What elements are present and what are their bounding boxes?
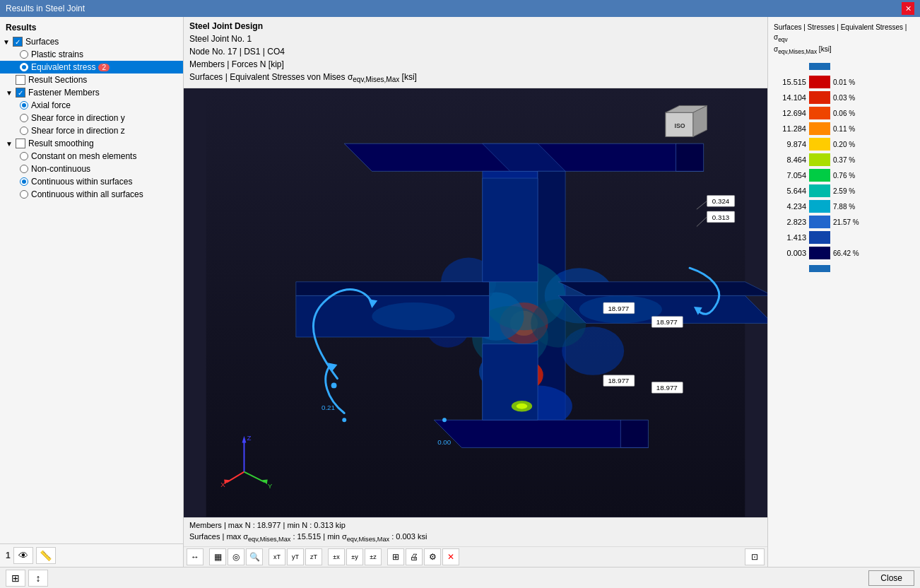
fastener-members-checkbox[interactable] bbox=[16, 88, 25, 98]
center-panel: Steel Joint Design Steel Joint No. 1 Nod… bbox=[184, 17, 768, 567]
continuous-within-label: Continuous within surfaces bbox=[31, 177, 132, 187]
window-close-button[interactable]: ✕ bbox=[902, 2, 914, 15]
center-header: Steel Joint Design Steel Joint No. 1 Nod… bbox=[184, 17, 767, 88]
results-section-title: Results bbox=[0, 20, 183, 35]
legend-value-8: 5.644 bbox=[774, 187, 809, 195]
close-dialog-button[interactable]: Close bbox=[868, 570, 914, 586]
title-bar: Results in Steel Joint ✕ bbox=[0, 0, 920, 17]
toolbar-xt-button[interactable]: xT bbox=[269, 548, 285, 565]
result-sections-label: Result Sections bbox=[28, 75, 87, 85]
legend-row-2: 14.104 0.03 % bbox=[774, 90, 914, 105]
fastener-members-label: Fastener Members bbox=[28, 88, 100, 98]
legend-value-2: 14.104 bbox=[774, 93, 809, 102]
axial-force-item[interactable]: Axial force bbox=[0, 99, 183, 112]
legend-color-2 bbox=[809, 91, 830, 104]
legend-title-line2: σeqv,Mises,Max [ksi] bbox=[774, 45, 914, 57]
left-panel-bottom: 1 👁 📏 bbox=[0, 543, 183, 567]
legend-row-10: 2.823 21.57 % bbox=[774, 214, 914, 230]
non-continuous-item[interactable]: Non-continuous bbox=[0, 163, 183, 175]
toolbar-circle-button[interactable]: ◎ bbox=[228, 548, 244, 565]
result-smoothing-checkbox[interactable] bbox=[16, 139, 25, 148]
legend-row-6: 8.464 0.37 % bbox=[774, 152, 914, 167]
legend-value-1: 15.515 bbox=[774, 78, 809, 86]
continuous-all-radio[interactable] bbox=[20, 190, 28, 199]
equivalent-stress-badge: 2 bbox=[98, 64, 110, 71]
fastener-members-item[interactable]: ▼ Fastener Members bbox=[0, 86, 183, 99]
toolbar-pz-button[interactable]: ±z bbox=[365, 548, 382, 565]
legend-value-6: 8.464 bbox=[774, 155, 809, 164]
result-smoothing-item[interactable]: ▼ Result smoothing bbox=[0, 137, 183, 150]
axial-force-radio[interactable] bbox=[20, 101, 28, 110]
legend-row-8: 5.644 2.59 % bbox=[774, 183, 914, 199]
legend-color-10 bbox=[809, 216, 830, 228]
shear-y-radio[interactable] bbox=[20, 114, 28, 122]
shear-y-item[interactable]: Shear force in direction y bbox=[0, 112, 183, 124]
non-continuous-radio[interactable] bbox=[20, 165, 28, 173]
ruler-button[interactable]: 📏 bbox=[36, 547, 56, 564]
legend-color-4 bbox=[809, 122, 830, 135]
left-panel: Results ▼ Surfaces Plastic strains bbox=[0, 17, 184, 567]
toolbar-print-button[interactable]: 🖨 bbox=[406, 548, 423, 565]
equivalent-stress-label: Equivalent stress bbox=[31, 62, 95, 72]
toolbar-close-button[interactable]: ✕ bbox=[442, 548, 459, 565]
legend-color-8 bbox=[809, 184, 830, 197]
legend-color-6 bbox=[809, 153, 830, 166]
toolbar-py-button[interactable]: ±y bbox=[346, 548, 363, 565]
svg-marker-22 bbox=[558, 282, 767, 296]
continuous-within-item[interactable]: Continuous within surfaces bbox=[0, 175, 183, 188]
plastic-strains-radio[interactable] bbox=[20, 50, 28, 59]
legend-pct-3: 0.06 % bbox=[830, 110, 855, 117]
results-label: Results bbox=[6, 23, 36, 33]
toolbar-zt-button[interactable]: zT bbox=[305, 548, 322, 565]
svg-marker-20 bbox=[296, 282, 490, 296]
result-smoothing-label: Result smoothing bbox=[28, 139, 94, 148]
bottom-view-button[interactable]: ↕ bbox=[28, 570, 48, 587]
shear-z-label: Shear force in direction z bbox=[31, 126, 125, 136]
continuous-within-radio[interactable] bbox=[20, 177, 28, 186]
surfaces-item[interactable]: ▼ Surfaces bbox=[0, 35, 183, 48]
non-continuous-label: Non-continuous bbox=[31, 164, 90, 174]
shear-z-item[interactable]: Shear force in direction z bbox=[0, 124, 183, 137]
legend-row-top-indicator bbox=[774, 59, 914, 74]
svg-marker-23 bbox=[434, 421, 648, 448]
toolbar-arrow-button[interactable]: ↔ bbox=[187, 548, 204, 565]
toolbar-fit-button[interactable]: ⊡ bbox=[745, 548, 765, 565]
result-sections-checkbox[interactable] bbox=[16, 75, 25, 85]
toolbar-settings-button[interactable]: ⚙ bbox=[424, 548, 441, 565]
svg-point-35 bbox=[342, 418, 346, 423]
toolbar-table-button[interactable]: ▦ bbox=[209, 548, 226, 565]
main-container: Results ▼ Surfaces Plastic strains bbox=[0, 17, 920, 588]
plastic-strains-label: Plastic strains bbox=[31, 49, 83, 59]
header-line-3: Node No. 17 | DS1 | CO4 bbox=[189, 45, 762, 58]
legend-row-1: 15.515 0.01 % bbox=[774, 74, 914, 90]
toolbar-yt-button[interactable]: yT bbox=[287, 548, 304, 565]
header-line-2: Steel Joint No. 1 bbox=[189, 33, 762, 45]
legend-color-12 bbox=[809, 247, 830, 259]
toolbar-grid-button[interactable]: ⊞ bbox=[387, 548, 404, 565]
legend-color-3 bbox=[809, 107, 830, 119]
constant-mesh-radio[interactable] bbox=[20, 152, 28, 160]
svg-marker-27 bbox=[483, 178, 538, 282]
result-sections-item[interactable]: Result Sections bbox=[0, 74, 183, 86]
bottom-grid-button[interactable]: ⊞ bbox=[6, 570, 25, 587]
svg-point-36 bbox=[442, 418, 447, 423]
continuous-all-item[interactable]: Continuous within all surfaces bbox=[0, 188, 183, 201]
toolbar-search-button[interactable]: 🔍 bbox=[246, 548, 263, 565]
shear-z-radio[interactable] bbox=[20, 127, 28, 135]
constant-mesh-item[interactable]: Constant on mesh elements bbox=[0, 150, 183, 163]
legend-pct-12: 66.42 % bbox=[830, 249, 859, 257]
equivalent-stress-radio[interactable] bbox=[20, 63, 28, 71]
plastic-strains-item[interactable]: Plastic strains bbox=[0, 48, 183, 61]
legend-pct-10: 21.57 % bbox=[830, 218, 859, 226]
svg-text:18.977: 18.977 bbox=[656, 319, 678, 327]
svg-point-34 bbox=[331, 383, 337, 389]
svg-text:0.21: 0.21 bbox=[322, 404, 335, 411]
equivalent-stress-item[interactable]: Equivalent stress 2 bbox=[0, 61, 183, 74]
bottom-left-icons: ⊞ ↕ bbox=[6, 570, 48, 587]
toolbar-px-button[interactable]: ±x bbox=[328, 548, 345, 565]
toolbar-bottom: ↔ ▦ ◎ 🔍 xT yT zT ±x ±y ±z ⊞ 🖨 ⚙ ✕ ⊡ bbox=[184, 546, 767, 567]
legend-row-4: 11.284 0.11 % bbox=[774, 121, 914, 136]
3d-viewport[interactable]: 0.324 0.313 18.977 18.977 18.977 18.977 bbox=[184, 88, 767, 517]
surfaces-checkbox[interactable] bbox=[13, 37, 23, 47]
eye-button[interactable]: 👁 bbox=[13, 547, 33, 564]
